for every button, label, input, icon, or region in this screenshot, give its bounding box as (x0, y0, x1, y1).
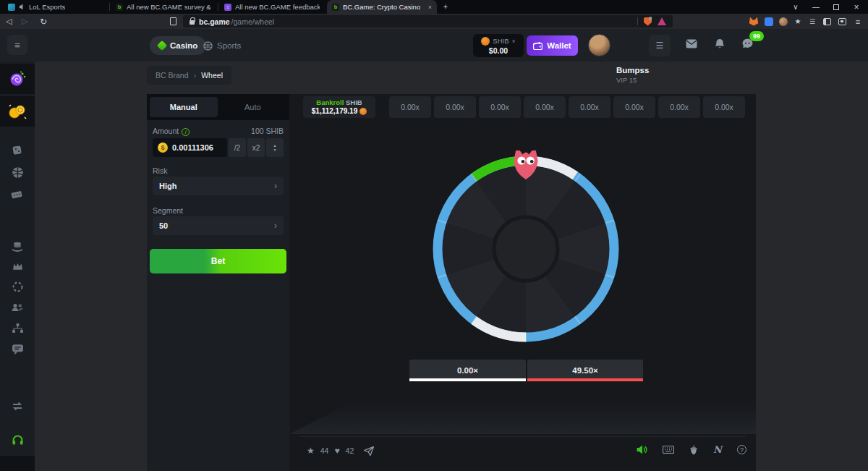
like-heart-icon[interactable]: ♥ (334, 446, 339, 456)
sidebar-promo-spin[interactable] (0, 64, 35, 94)
tab-auto[interactable]: Auto (219, 97, 287, 117)
sound-on-icon[interactable] (637, 445, 647, 454)
wallet-button[interactable]: Wallet (527, 35, 578, 56)
multiplier-chip[interactable]: 0.00x (524, 96, 566, 118)
currency-selector[interactable]: SHIB ∨ $0.00 (473, 34, 524, 57)
wallet-icon (533, 42, 542, 50)
sidebar-item-casino[interactable] (0, 139, 35, 159)
wallet-label: Wallet (547, 41, 571, 50)
dice-icon (12, 143, 24, 156)
nav-sports-label: Sports (217, 41, 241, 50)
chevron-down-icon: ∨ (512, 38, 516, 44)
new-tab-button[interactable]: + (440, 0, 451, 14)
bet-button[interactable]: Bet (150, 249, 286, 273)
tab-manual[interactable]: Manual (150, 97, 218, 117)
browser-menu-icon[interactable]: ≡ (853, 17, 863, 26)
bookmark-icon[interactable] (170, 14, 176, 29)
extensions-icon[interactable]: ★ (793, 17, 803, 26)
favorite-star-icon[interactable]: ★ (307, 446, 315, 456)
breadcrumb-brand[interactable]: BC Brand (156, 71, 189, 80)
info-icon[interactable]: i (182, 128, 190, 136)
sidebar-item-network[interactable] (0, 318, 35, 338)
window-close-button[interactable]: × (848, 0, 865, 14)
stepper-down-icon[interactable]: ▼ (273, 148, 277, 152)
amount-stepper[interactable]: ▲ ▼ (266, 138, 284, 157)
seed-acorn-icon[interactable] (689, 445, 698, 455)
tab-close-icon[interactable]: × (428, 4, 432, 11)
multiplier-chip[interactable]: 0.00x (703, 96, 745, 118)
bankroll-label: Bankroll (316, 98, 344, 106)
multiplier-chip[interactable]: 0.00x (569, 96, 610, 118)
sidebar-promo-coins[interactable] (0, 96, 35, 127)
user-avatar[interactable] (588, 34, 610, 56)
metamask-extension-icon[interactable] (749, 17, 759, 26)
tab-bcgame-survey[interactable]: b All new BC.GAME survey & feedback r (111, 0, 216, 14)
tab-title: BC.Game: Crypto Casino Games & (343, 3, 420, 11)
tab-lol-esports[interactable]: LoL Esports (3, 0, 109, 14)
adblock-shield-icon[interactable] (644, 17, 652, 26)
forward-button[interactable]: ▷ (22, 14, 27, 29)
downloads-panel-icon[interactable] (837, 17, 847, 26)
tab-search-icon[interactable]: ∨ (787, 0, 804, 14)
swap-arrows-icon (11, 402, 24, 411)
sidebar-item-rewards[interactable] (0, 236, 35, 256)
risk-select[interactable]: High › (153, 177, 284, 195)
segment-select[interactable]: 50 › (153, 216, 284, 235)
double-bet-button[interactable]: x2 (247, 138, 265, 157)
multiplier-chip[interactable]: 0.00x (389, 96, 431, 118)
tab-bcgame-active[interactable]: b BC.Game: Crypto Casino Games & × (327, 0, 437, 14)
url-bar[interactable]: bc.game /game/wheel (183, 15, 673, 27)
username[interactable]: Bumpss (616, 66, 649, 75)
sidebar-item-sports[interactable] (0, 162, 35, 182)
multiplier-chip[interactable]: 0.00x (658, 96, 700, 118)
multiplier-chip[interactable]: 0.00x (434, 96, 476, 118)
amount-input[interactable]: $ 0.00111306 (153, 138, 227, 157)
tab-bcgame-feedback[interactable]: ≡ All new BC.GAME feedback (219, 0, 325, 14)
site-header: ≡ Casino Sports SHIB ∨ $0.00 Wallet Bump… (0, 29, 868, 61)
sidebar-item-forum[interactable] (0, 339, 35, 359)
bell-icon (715, 38, 725, 49)
inbox-button[interactable] (686, 38, 697, 51)
maximize-icon (833, 4, 839, 10)
sidebar-item-racing[interactable] (0, 184, 35, 204)
help-icon[interactable]: ? (737, 445, 746, 454)
sidebar-item-support[interactable] (0, 430, 35, 450)
browser-toolbar: ◁ ▷ ↻ bc.game /game/wheel ★ ☰ ≡ (0, 14, 868, 29)
sidebar-item-affiliate[interactable] (0, 297, 35, 318)
perspective-floor (289, 401, 756, 434)
blue-extension-icon[interactable] (764, 17, 774, 26)
wheel-game-area: Bankroll SHIB $1,112,179.19 0.00x 0.00x … (289, 94, 756, 471)
shib-coin-icon (359, 108, 367, 115)
amount-label: Amounti (153, 127, 190, 136)
multiplier-chip[interactable]: 0.00x (479, 96, 521, 118)
breadcrumb: BC Brand › Wheel (147, 66, 231, 85)
reading-list-icon[interactable]: ☰ (807, 17, 817, 26)
currency-code: SHIB (493, 37, 509, 45)
sidebar-item-bonus[interactable] (0, 276, 35, 297)
nav-sports[interactable]: Sports (203, 36, 241, 55)
profile-avatar-icon[interactable] (778, 17, 788, 26)
half-bet-button[interactable]: /2 (229, 138, 246, 157)
reload-button[interactable]: ↻ (40, 14, 47, 29)
back-button[interactable]: ◁ (6, 14, 12, 29)
share-icon[interactable] (364, 446, 374, 456)
bcgame-favicon-icon: b (332, 4, 339, 11)
multiplier-chip[interactable]: 0.00x (613, 96, 655, 118)
sidebar-toggle-button[interactable]: ≡ (7, 35, 27, 55)
extension-triangle-icon[interactable] (658, 17, 666, 25)
quick-menu-button[interactable]: ☰ (649, 35, 671, 56)
vip-level: VIP 15 (616, 76, 637, 84)
live-stats-icon[interactable]: N (713, 444, 722, 455)
sidebar-item-swap[interactable] (0, 396, 35, 416)
hotkeys-keyboard-icon[interactable] (663, 446, 674, 454)
result-box-zero: 0.00× (409, 360, 526, 381)
stepper-up-icon[interactable]: ▲ (273, 144, 277, 148)
side-panel-icon[interactable] (822, 17, 832, 26)
nav-casino[interactable]: Casino (150, 36, 206, 55)
window-minimize-button[interactable]: — (807, 0, 825, 14)
notifications-button[interactable] (715, 38, 725, 52)
breadcrumb-current: Wheel (201, 71, 223, 80)
sidebar-item-vip[interactable] (0, 256, 35, 276)
window-maximize-button[interactable] (827, 0, 845, 14)
purple-swirl-icon (9, 70, 26, 88)
